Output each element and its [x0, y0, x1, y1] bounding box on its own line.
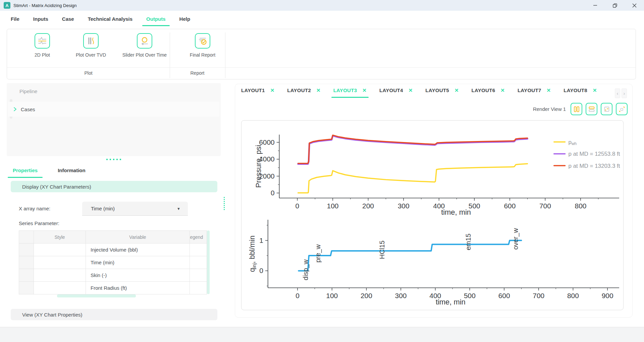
horizontal-splitter-handle[interactable]: [106, 159, 121, 160]
variable-cell[interactable]: Time (min): [86, 256, 190, 269]
svg-text:qinj, bbl/min: qinj, bbl/min: [248, 235, 257, 272]
menu-item-technical-analysis[interactable]: Technical Analysis: [88, 11, 132, 27]
table-row[interactable]: Skin (-): [19, 269, 207, 282]
close-tab-icon[interactable]: ✕: [316, 88, 321, 93]
menu-item-file[interactable]: File: [11, 11, 19, 27]
menu-item-outputs[interactable]: Outputs: [146, 11, 166, 27]
pipeline-panel: Pipeline Cases: [7, 83, 221, 156]
style-cell[interactable]: [34, 282, 86, 294]
table-row[interactable]: Front Radius (ft): [19, 282, 207, 294]
plot-over-tvd-icon: [83, 33, 99, 49]
properties-tab-bar: Properties Information: [8, 165, 91, 178]
table-horizontal-scrollbar[interactable]: [57, 294, 136, 297]
fit-view-icon: [603, 106, 610, 113]
close-tab-icon[interactable]: ✕: [409, 88, 413, 93]
title-bar: A StimArt - Matrix Acidizing Design: [0, 0, 644, 11]
row-handle-cell[interactable]: [19, 282, 34, 294]
variable-cell[interactable]: Front Radius (ft): [86, 282, 190, 294]
svg-text:100: 100: [326, 292, 338, 299]
tab-scroll-controls: ‹ ›: [615, 88, 627, 98]
restore-button[interactable]: [605, 0, 625, 11]
series-p at MD = 12553.8 ft: [298, 136, 528, 164]
slider-plot-over-time-icon: [137, 33, 152, 49]
report-group-label: Report: [170, 70, 225, 76]
fit-view-button[interactable]: [601, 103, 612, 115]
column-header-Style: Style: [34, 231, 86, 244]
slider-plot-over-time-label: Slider Plot Over Time: [122, 52, 167, 58]
stage-label: disp_w: [302, 259, 310, 280]
chevron-down-icon: ▼: [177, 207, 180, 211]
svg-text:300: 300: [395, 292, 407, 299]
split-horizontal-icon: [588, 106, 595, 113]
layout-tab-layout3[interactable]: LAYOUT3✕: [333, 87, 367, 98]
layout-tab-layout8[interactable]: LAYOUT8✕: [564, 87, 597, 98]
legend-cell[interactable]: [190, 282, 207, 294]
x-array-dropdown-value: Time (min): [91, 206, 115, 211]
layout-tab-label: LAYOUT5: [425, 87, 449, 93]
close-tab-icon[interactable]: ✕: [593, 88, 597, 93]
final-report-label: Final Report: [190, 52, 215, 58]
slider-plot-over-time-button[interactable]: Slider Plot Over Time: [118, 33, 171, 58]
window-title: StimArt - Matrix Acidizing Design: [13, 3, 77, 8]
display-section-header[interactable]: Display (XY Chart Parameters): [11, 181, 217, 192]
toolbar-separator: [225, 69, 225, 78]
vertical-splitter-handle[interactable]: [224, 197, 225, 210]
2d-plot-icon: [35, 33, 50, 49]
split-horizontal-button[interactable]: [586, 103, 597, 115]
layout-tab-layout1[interactable]: LAYOUT1✕: [241, 87, 274, 98]
style-cell[interactable]: [34, 256, 86, 269]
row-handle-cell[interactable]: [19, 244, 34, 256]
legend-cell[interactable]: [190, 269, 207, 282]
close-tab-icon[interactable]: ✕: [547, 88, 551, 93]
tab-scroll-right-button[interactable]: ›: [622, 88, 627, 98]
view-section-header[interactable]: View (XY Chart Properties): [11, 309, 217, 320]
table-row[interactable]: Time (min): [19, 256, 207, 269]
svg-text:0: 0: [259, 267, 263, 274]
svg-text:200: 200: [361, 292, 372, 299]
close-tab-icon[interactable]: ✕: [362, 88, 367, 93]
layout-tab-layout2[interactable]: LAYOUT2✕: [287, 87, 320, 98]
table-vertical-scrollbar[interactable]: [207, 230, 210, 294]
menu-item-help[interactable]: Help: [179, 11, 191, 27]
plot-over-tvd-button[interactable]: Plot Over TVD: [64, 33, 118, 58]
table-row[interactable]: Injected Volume (bbl): [19, 244, 207, 256]
svg-text:700: 700: [533, 292, 544, 299]
close-tab-icon[interactable]: ✕: [500, 88, 505, 93]
svg-text:700: 700: [539, 202, 551, 210]
close-button[interactable]: [625, 0, 644, 11]
layout-tab-layout7[interactable]: LAYOUT7✕: [518, 87, 551, 98]
final-report-button[interactable]: Final Report: [176, 33, 229, 58]
svg-text:p at MD = 13203.3 ft: p at MD = 13203.3 ft: [569, 163, 620, 169]
x-array-dropdown[interactable]: Time (min) ▼: [82, 202, 188, 216]
style-cell[interactable]: [34, 269, 86, 282]
2d-plot-button[interactable]: 2D Plot: [15, 33, 69, 58]
menu-item-case[interactable]: Case: [62, 11, 74, 27]
split-vertical-button[interactable]: [571, 103, 582, 115]
close-tab-icon[interactable]: ✕: [454, 88, 459, 93]
layout-tab-layout4[interactable]: LAYOUT4✕: [379, 87, 413, 98]
legend-cell[interactable]: [190, 244, 207, 256]
style-cell[interactable]: [34, 244, 86, 256]
close-tab-icon[interactable]: ✕: [270, 88, 275, 93]
minimize-button[interactable]: [586, 0, 605, 11]
tab-information[interactable]: Information: [53, 165, 91, 178]
row-handle-cell[interactable]: [19, 256, 34, 269]
minimize-icon: [593, 3, 597, 7]
menu-item-inputs[interactable]: Inputs: [33, 11, 48, 27]
legend-cell[interactable]: [190, 256, 207, 269]
svg-text:300: 300: [398, 202, 410, 210]
window-controls: [586, 0, 644, 11]
variable-cell[interactable]: Injected Volume (bbl): [86, 244, 190, 256]
tab-scroll-left-button[interactable]: ‹: [615, 88, 620, 98]
tab-properties[interactable]: Properties: [8, 165, 43, 178]
toolbar: 2D Plot Plot Over TVD Slider Plot Over: [7, 29, 636, 79]
tree-item-cases[interactable]: Cases: [8, 102, 219, 117]
row-handle-cell[interactable]: [19, 269, 34, 282]
restore-icon: [613, 3, 617, 8]
layout-tab-layout5[interactable]: LAYOUT5✕: [425, 87, 459, 98]
expand-view-button[interactable]: [616, 103, 628, 115]
series-qinj: [299, 241, 521, 271]
layout-tab-layout6[interactable]: LAYOUT6✕: [472, 87, 505, 98]
chevron-right-icon[interactable]: [13, 107, 17, 112]
variable-cell[interactable]: Skin (-): [86, 269, 190, 282]
